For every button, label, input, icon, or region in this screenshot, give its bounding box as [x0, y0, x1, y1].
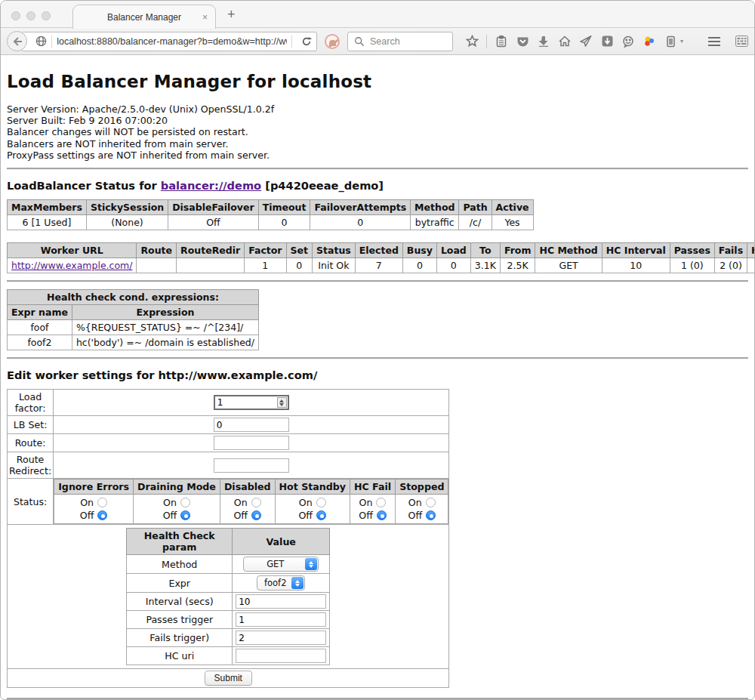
worker-header-row: Worker URL Route RouteRedir Factor Set S… — [8, 243, 755, 258]
stopped-on-radio[interactable] — [426, 498, 436, 507]
col-hc-uri: HC uri — [747, 243, 755, 258]
zoom-window-button[interactable] — [42, 11, 51, 20]
hot-standby-cell: On Off — [275, 495, 350, 524]
method-select[interactable]: GET — [243, 557, 319, 572]
col-active: Active — [492, 200, 533, 215]
hc-fails-row: Fails trigger) — [127, 629, 330, 647]
on-label: On — [359, 497, 373, 508]
select-stepper-icon — [305, 558, 317, 570]
route-input[interactable] — [214, 436, 289, 450]
reading-list-icon[interactable] — [495, 35, 508, 48]
hc-expr-title: Health check cond. expressions: — [8, 290, 259, 305]
persist-notice-line: Balancer changes will NOT be persisted o… — [7, 126, 748, 137]
tab-close-icon[interactable]: × — [202, 12, 208, 23]
val-to: 3.1K — [470, 258, 500, 273]
hc-param-header-row: Health Check param Value — [127, 529, 330, 555]
reload-button[interactable] — [297, 36, 316, 47]
ignore-errors-off-radio[interactable] — [97, 510, 107, 520]
content-blocker-extension-icon[interactable] — [325, 34, 340, 49]
browser-window: Balancer Manager × + localhost:8880/bala… — [0, 0, 755, 700]
extension-colored-dots-icon[interactable] — [643, 35, 656, 48]
submit-button[interactable]: Submit — [205, 671, 252, 686]
send-to-device-icon[interactable] — [579, 35, 593, 48]
hc-expr-header-row: Expr name Expression — [8, 305, 259, 320]
stopped-off-radio[interactable] — [426, 510, 436, 520]
search-bar[interactable]: Search — [347, 32, 453, 51]
hot-standby-on-radio[interactable] — [316, 498, 326, 507]
val-from: 2.5K — [500, 258, 535, 273]
form-row-route-redirect: Route Redirect: — [8, 452, 449, 479]
form-row-load-factor: Load factor: — [8, 390, 449, 416]
val-method: bytraffic — [411, 215, 459, 230]
balancer-status-table: MaxMembers StickySession DisableFailover… — [7, 199, 534, 230]
divider — [7, 168, 748, 170]
hc-fail-on-radio[interactable] — [376, 498, 386, 507]
status-heading-prefix: LoadBalancer Status for — [7, 179, 161, 192]
col-set: Set — [286, 243, 312, 258]
col-stickysession: StickySession — [86, 200, 168, 215]
val-maxmembers: 6 [1 Used] — [8, 215, 87, 230]
tab-balancer-manager[interactable]: Balancer Manager × — [72, 5, 216, 29]
back-button[interactable] — [7, 31, 27, 51]
val-load: 0 — [436, 258, 470, 273]
minimize-window-button[interactable] — [26, 11, 35, 20]
hot-standby-off-radio[interactable] — [316, 510, 326, 520]
hc-fail-off-radio[interactable] — [377, 510, 387, 520]
edit-worker-heading: Edit worker settings for http://www.exam… — [7, 369, 748, 381]
proxypass-notice-line: ProxyPass settings are NOT inherited fro… — [7, 150, 748, 161]
device-dropdown-caret-icon[interactable]: ▾ — [680, 38, 683, 45]
health-check-param-table: Health Check param Value Method GET — [126, 528, 330, 665]
off-label: Off — [298, 510, 313, 521]
col-hc-method: HC Method — [535, 243, 602, 258]
balancer-demo-link[interactable]: balancer://demo — [161, 179, 261, 192]
pocket-icon[interactable] — [516, 35, 529, 48]
divider — [7, 280, 748, 282]
menu-hamburger-icon[interactable] — [707, 35, 721, 48]
lb-set-input[interactable] — [214, 418, 289, 432]
col-path: Path — [459, 200, 492, 215]
on-label: On — [299, 497, 313, 508]
route-redirect-input[interactable] — [214, 458, 289, 473]
worker-url-link[interactable]: http://www.example.com/ — [11, 260, 132, 271]
hc-uri-input[interactable] — [236, 649, 326, 663]
close-window-button[interactable] — [11, 11, 20, 20]
expr-name-foof2: foof2 — [8, 335, 72, 350]
passes-input[interactable] — [236, 612, 326, 627]
url-text[interactable]: localhost:8880/balancer-manager?b=demo&w… — [57, 36, 287, 47]
val-hc-uri — [747, 258, 755, 273]
route-redirect-label: Route Redirect: — [8, 452, 54, 479]
ignore-errors-on-radio[interactable] — [97, 498, 107, 507]
server-version-line: Server Version: Apache/2.5.0-dev (Unix) … — [7, 103, 748, 115]
val-elected: 7 — [355, 258, 402, 273]
downloads-icon[interactable] — [537, 35, 550, 48]
col-routeredir: RouteRedir — [177, 243, 245, 258]
expr-select[interactable]: foof2 — [257, 575, 305, 591]
val-passes: 1 (0) — [670, 258, 714, 273]
save-to-pocket-icon[interactable] — [600, 35, 614, 48]
bookmark-star-icon[interactable] — [465, 35, 479, 48]
disabled-off-radio[interactable] — [251, 510, 261, 520]
off-label: Off — [163, 510, 177, 521]
device-battery-icon[interactable] — [664, 35, 677, 48]
tab-groups-icon[interactable] — [735, 35, 748, 48]
home-icon[interactable] — [558, 35, 572, 48]
val-status: Init Ok — [313, 258, 356, 273]
expr-selected-value: foof2 — [262, 578, 291, 588]
interval-input[interactable] — [236, 594, 326, 609]
col-ignore-errors: Ignore Errors — [54, 480, 134, 495]
col-factor: Factor — [245, 243, 286, 258]
col-passes: Passes — [670, 243, 714, 258]
new-tab-button[interactable]: + — [227, 7, 236, 23]
url-bar[interactable]: localhost:8880/balancer-manager?b=demo&w… — [21, 32, 317, 51]
col-hc-param: Health Check param — [127, 529, 233, 555]
fails-input[interactable] — [236, 631, 326, 645]
feedback-smiley-icon[interactable] — [621, 35, 635, 48]
on-label: On — [234, 497, 248, 508]
col-route: Route — [137, 243, 177, 258]
select-stepper-icon — [291, 577, 304, 589]
draining-mode-off-radio[interactable] — [180, 510, 190, 520]
disabled-on-radio[interactable] — [251, 498, 261, 507]
spinner-arrows-icon[interactable] — [277, 397, 287, 408]
window-controls — [11, 11, 51, 20]
draining-mode-on-radio[interactable] — [180, 498, 190, 507]
